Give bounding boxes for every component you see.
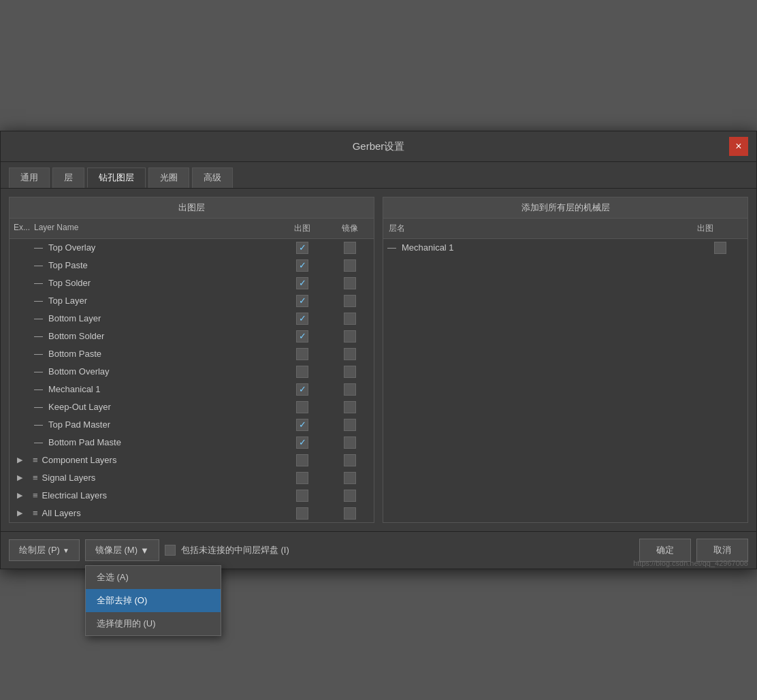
row-check-print-1[interactable] [278,257,326,274]
row-check-mirror-3[interactable] [326,293,374,309]
checkbox-mirror-6[interactable] [344,348,356,360]
row-check-print-10[interactable] [278,417,326,433]
checkbox-print-4[interactable] [296,313,308,325]
group-checkbox-mirror-2[interactable] [344,490,356,502]
dropdown-select-all[interactable]: 全选 (A) [86,566,221,589]
checkbox-print-6[interactable] [296,348,308,360]
checkbox-mirror-10[interactable] [344,419,356,431]
include-checkbox[interactable] [165,545,176,556]
plot-dropdown-container: 绘制层 (P) ▼ [9,539,80,561]
table-row: — Top Paste [10,257,374,274]
group-checkbox-print-0[interactable] [296,454,308,466]
group-checkbox-print-1[interactable] [296,472,308,484]
group-row: ▶ ≡ All Layers [10,505,374,522]
row-check-mirror-8[interactable] [326,381,374,398]
row-check-print-4[interactable] [278,311,326,327]
row-name-6: — Bottom Paste [30,345,278,362]
left-panel-header: 出图层 [10,197,374,219]
row-check-mirror-10[interactable] [326,417,374,433]
right-row-name-0: — Mechanical 1 [383,239,693,256]
dialog-title: Gerber设置 [28,140,729,153]
row-check-print-5[interactable] [278,328,326,345]
cancel-button[interactable]: 取消 [696,539,748,562]
checkbox-mirror-4[interactable] [344,313,356,325]
row-check-mirror-1[interactable] [326,257,374,274]
group-check-mirror-1[interactable] [326,470,374,486]
row-expand-3 [10,298,30,304]
dropdown-select-used[interactable]: 选择使用的 (U) [86,612,221,635]
group-icon-2[interactable]: ▶ [10,488,30,503]
group-icon-0[interactable]: ▶ [10,453,30,467]
tab-general[interactable]: 通用 [9,168,50,188]
checkbox-mirror-7[interactable] [344,366,356,378]
checkbox-mirror-8[interactable] [344,383,356,396]
col-print: 出图 [278,221,326,236]
checkbox-mirror-11[interactable] [344,436,356,449]
checkbox-mirror-0[interactable] [344,242,356,254]
checkbox-print-5[interactable] [296,330,308,343]
row-expand-10 [10,422,30,428]
group-check-mirror-3[interactable] [326,505,374,522]
checkbox-mirror-2[interactable] [344,277,356,289]
row-check-mirror-9[interactable] [326,399,374,415]
row-check-print-7[interactable] [278,364,326,380]
row-check-print-3[interactable] [278,293,326,309]
checkbox-print-7[interactable] [296,366,308,378]
checkbox-mirror-5[interactable] [344,330,356,343]
group-checkbox-mirror-1[interactable] [344,472,356,484]
row-check-mirror-0[interactable] [326,240,374,256]
group-check-print-2[interactable] [278,488,326,504]
close-button[interactable]: × [729,137,748,156]
row-check-mirror-4[interactable] [326,311,374,327]
right-checkbox-0[interactable] [714,242,726,254]
checkbox-print-10[interactable] [296,419,308,431]
row-check-print-8[interactable] [278,381,326,398]
dropdown-deselect-all[interactable]: 全部去掉 (O) [86,589,221,612]
row-name-7: — Bottom Overlay [30,363,278,380]
checkbox-print-9[interactable] [296,401,308,413]
group-icon-3[interactable]: ▶ [10,506,30,520]
row-check-print-0[interactable] [278,240,326,256]
row-check-mirror-11[interactable] [326,434,374,451]
group-checkbox-print-3[interactable] [296,507,308,520]
right-row-check-0[interactable] [693,240,747,256]
group-checkbox-print-2[interactable] [296,490,308,502]
tab-aperture[interactable]: 光圈 [148,168,189,188]
group-check-print-3[interactable] [278,505,326,522]
right-table-header: 层名 出图 [383,219,747,239]
checkbox-print-1[interactable] [296,259,308,272]
row-check-print-11[interactable] [278,434,326,451]
group-check-mirror-2[interactable] [326,488,374,504]
tab-advanced[interactable]: 高级 [192,168,233,188]
mirror-button[interactable]: 镜像层 (M) ▼ [85,539,159,561]
tab-drill[interactable]: 钻孔图层 [87,168,146,188]
checkbox-print-11[interactable] [296,436,308,449]
row-check-mirror-5[interactable] [326,328,374,345]
row-check-print-6[interactable] [278,346,326,362]
checkbox-mirror-9[interactable] [344,401,356,413]
checkbox-print-0[interactable] [296,242,308,254]
ok-button[interactable]: 确定 [639,539,691,562]
row-check-mirror-6[interactable] [326,346,374,362]
group-check-print-1[interactable] [278,470,326,486]
row-name-8: — Mechanical 1 [30,381,278,398]
checkbox-mirror-1[interactable] [344,259,356,272]
row-name-2: — Top Solder [30,274,278,291]
row-check-mirror-2[interactable] [326,275,374,291]
group-icon-1[interactable]: ▶ [10,471,30,485]
tab-layer[interactable]: 层 [52,168,84,188]
plot-button[interactable]: 绘制层 (P) ▼ [9,539,80,561]
checkbox-mirror-3[interactable] [344,295,356,307]
row-name-5: — Bottom Solder [30,328,278,345]
group-checkbox-mirror-0[interactable] [344,454,356,466]
row-check-print-9[interactable] [278,399,326,415]
group-check-mirror-0[interactable] [326,452,374,468]
row-check-print-2[interactable] [278,275,326,291]
row-check-mirror-7[interactable] [326,364,374,380]
group-check-print-0[interactable] [278,452,326,468]
row-expand-4 [10,316,30,321]
checkbox-print-3[interactable] [296,295,308,307]
checkbox-print-2[interactable] [296,277,308,289]
checkbox-print-8[interactable] [296,383,308,396]
group-checkbox-mirror-3[interactable] [344,507,356,520]
